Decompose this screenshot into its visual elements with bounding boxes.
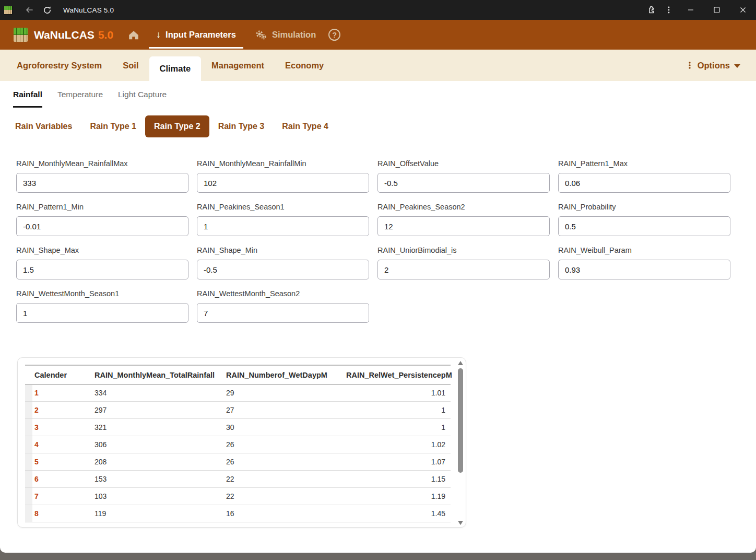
row-number: 5 — [32, 453, 95, 471]
table-row: 6 153 22 1.15 — [25, 471, 451, 488]
tab-rain-type-3[interactable]: Rain Type 3 — [209, 115, 274, 137]
vertical-dots-icon — [665, 6, 673, 14]
cell-persistence: 1.15 — [346, 471, 451, 488]
cell-total-rainfall: 321 — [95, 419, 226, 436]
row-number: 7 — [32, 488, 95, 505]
rain-weibull-param-input[interactable] — [558, 260, 730, 279]
brand-name: WaNuLCAS — [34, 29, 95, 41]
scrollbar-thumb[interactable] — [458, 368, 463, 473]
rain-pattern1-max-input[interactable] — [558, 173, 730, 193]
cell-wet-days: 22 — [226, 488, 346, 505]
cell-persistence: 1 — [346, 419, 451, 436]
browser-back-button[interactable] — [20, 0, 38, 20]
gears-icon — [255, 30, 267, 40]
field-rain-monthlymean-rainfallmax: RAIN_MonthlyMean_RainfallMax — [16, 159, 188, 193]
field-rain-pattern1-min: RAIN_Pattern1_Min — [16, 203, 188, 236]
cell-wet-days: 26 — [226, 453, 346, 471]
field-rain-wettestmonth-season2: RAIN_WettestMonth_Season2 — [197, 289, 369, 323]
monthly-rainfall-table-card: Calender RAIN_MonthlyMean_TotalRainfall … — [17, 357, 466, 528]
field-rain-monthlymean-rainfallmin: RAIN_MonthlyMean_RainfallMin — [197, 159, 369, 193]
home-icon — [128, 30, 139, 40]
row-number: 1 — [32, 384, 95, 402]
tab-management[interactable]: Management — [201, 50, 275, 81]
rain-peakines-season1-input[interactable] — [197, 216, 369, 236]
row-number: 4 — [32, 436, 95, 453]
scroll-up-icon[interactable] — [458, 361, 463, 365]
rain-wettestmonth-season1-input[interactable] — [16, 303, 188, 323]
tab-rain-type-2[interactable]: Rain Type 2 — [145, 115, 209, 137]
table-header-row: Calender RAIN_MonthlyMean_TotalRainfall … — [25, 366, 451, 384]
rain-shape-max-input[interactable] — [16, 260, 188, 279]
rain-shape-min-input[interactable] — [197, 260, 369, 279]
scroll-down-icon[interactable] — [458, 521, 463, 525]
help-button[interactable]: ? — [328, 29, 340, 41]
cell-total-rainfall: 119 — [95, 505, 226, 522]
cell-total-rainfall: 306 — [95, 436, 226, 453]
cell-persistence: 1 — [346, 402, 451, 419]
tab-soil[interactable]: Soil — [112, 50, 149, 81]
close-icon — [740, 7, 746, 13]
nav-simulation[interactable]: Simulation — [245, 20, 325, 50]
row-number: 2 — [32, 402, 95, 419]
rain-probability-input[interactable] — [558, 216, 730, 236]
tab-economy[interactable]: Economy — [275, 50, 334, 81]
field-rain-peakines-season1: RAIN_Peakines_Season1 — [197, 203, 369, 236]
tab-rain-type-4[interactable]: Rain Type 4 — [273, 115, 337, 137]
rain-peakines-season2-input[interactable] — [377, 216, 550, 236]
close-button[interactable] — [730, 0, 756, 20]
app-header: WaNuLCAS 5.0 ↓ Input Parameters Simulati… — [0, 20, 756, 50]
col-calender: Calender — [32, 366, 95, 384]
rain-pattern1-min-input[interactable] — [16, 216, 188, 236]
browser-menu-button[interactable] — [660, 0, 678, 20]
subtab-rainfall[interactable]: Rainfall — [13, 87, 42, 108]
row-number: 6 — [32, 471, 95, 488]
table-row: 4 306 26 1.02 — [25, 436, 451, 453]
cell-wet-days: 27 — [226, 402, 346, 419]
table-scrollbar[interactable] — [457, 360, 464, 526]
cell-persistence: 1.01 — [346, 384, 451, 402]
cell-total-rainfall: 208 — [95, 453, 226, 471]
options-button[interactable]: Options — [686, 50, 756, 81]
brand-version: 5.0 — [98, 29, 113, 41]
tab-agroforestry-system[interactable]: Agroforestry System — [6, 50, 112, 81]
table-row: 7 103 22 1.19 — [25, 488, 451, 505]
maximize-icon — [714, 7, 720, 13]
rain-type-tabs: Rain Variables Rain Type 1 Rain Type 2 R… — [6, 115, 337, 137]
browser-refresh-button[interactable] — [38, 0, 56, 20]
extensions-button[interactable] — [642, 0, 660, 20]
main-tabbar: Agroforestry System Soil Climate Managem… — [0, 50, 756, 81]
tab-rain-type-1[interactable]: Rain Type 1 — [81, 115, 145, 137]
app-logo-icon — [14, 28, 28, 42]
cell-wet-days: 22 — [226, 471, 346, 488]
rain-offsetvalue-input[interactable] — [377, 173, 550, 193]
tab-climate[interactable]: Climate — [149, 56, 202, 81]
table-row: 3 321 30 1 — [25, 419, 451, 436]
cell-persistence: 1.19 — [346, 488, 451, 505]
subtab-temperature[interactable]: Temperature — [57, 87, 103, 108]
rain-monthlymean-rainfallmin-input[interactable] — [197, 173, 369, 193]
tab-rain-variables[interactable]: Rain Variables — [6, 115, 81, 137]
cell-wet-days: 29 — [226, 384, 346, 402]
minimize-button[interactable] — [678, 0, 704, 20]
nav-home[interactable] — [121, 20, 147, 50]
field-rain-wettestmonth-season1: RAIN_WettestMonth_Season1 — [16, 289, 188, 323]
minimize-icon — [688, 7, 694, 13]
cell-wet-days: 30 — [226, 419, 346, 436]
table-row: 8 119 16 1.45 — [25, 505, 451, 522]
monthly-rainfall-table: Calender RAIN_MonthlyMean_TotalRainfall … — [25, 365, 451, 522]
question-icon: ? — [332, 31, 337, 39]
cell-total-rainfall: 297 — [95, 402, 226, 419]
cell-persistence: 1.02 — [346, 436, 451, 453]
rain-wettestmonth-season2-input[interactable] — [197, 303, 369, 323]
climate-panel: Rainfall Temperature Light Capture Rain … — [0, 81, 756, 553]
maximize-button[interactable] — [704, 0, 730, 20]
nav-input-parameters[interactable]: ↓ Input Parameters — [147, 20, 245, 50]
rain-monthlymean-rainfallmax-input[interactable] — [16, 173, 188, 193]
subtab-light-capture[interactable]: Light Capture — [118, 87, 167, 108]
rain-uniorbimodial-is-input[interactable] — [377, 260, 550, 279]
chevron-down-icon — [734, 64, 740, 68]
field-rain-peakines-season2: RAIN_Peakines_Season2 — [377, 203, 550, 236]
row-number: 8 — [32, 505, 95, 522]
field-rain-shape-max: RAIN_Shape_Max — [16, 246, 188, 279]
rain-parameters-form: RAIN_MonthlyMean_RainfallMax RAIN_Monthl… — [16, 159, 730, 323]
